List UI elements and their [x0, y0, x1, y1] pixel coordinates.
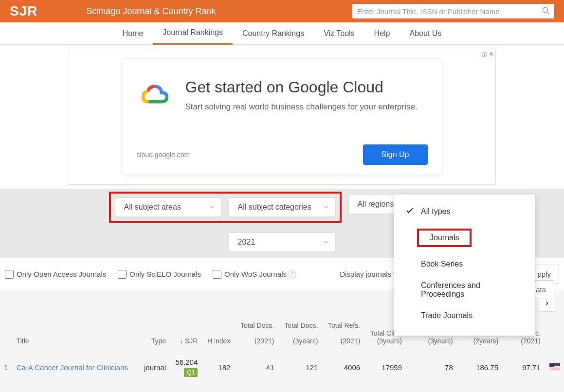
citesdoc-cell: 186.75 — [457, 350, 502, 385]
col-header[interactable]: Type — [139, 317, 170, 350]
help-icon[interactable]: ? — [289, 270, 296, 278]
ad-info-badge[interactable]: ⓘ ✕ — [482, 51, 493, 58]
refs2021-cell: 4006 — [322, 350, 364, 385]
type-dropdown-menu: All typesJournalsBook SeriesConferences … — [394, 195, 535, 336]
type-option-all-types[interactable]: All types — [394, 200, 535, 223]
col-header[interactable]: Total Docs. (3years) — [278, 317, 322, 350]
nav-country-rankings[interactable]: Country Rankings — [233, 22, 314, 45]
ad-subtitle: Start solving real world business challe… — [185, 102, 418, 112]
col-header[interactable]: Title — [13, 317, 139, 350]
col-header[interactable]: Total Docs. (2021) — [234, 317, 278, 350]
citable3y-cell: 78 — [406, 350, 457, 385]
type-option-journals[interactable]: Journals — [394, 223, 535, 253]
ad-container: ⓘ ✕ Get started on Google Cloud Start so… — [0, 45, 564, 189]
ad-frame: ⓘ ✕ Get started on Google Cloud Start so… — [69, 49, 496, 185]
type-option-trade-journals[interactable]: Trade Journals — [394, 304, 535, 327]
nav-home[interactable]: Home — [113, 22, 153, 45]
flag-icon — [549, 363, 560, 370]
col-header[interactable] — [0, 317, 13, 350]
subject-category-label: All subject categories — [238, 203, 311, 212]
scielo-checkbox[interactable]: Only SciELO Journals — [118, 270, 201, 279]
type-option-conferences-and-proceedings[interactable]: Conferences and Proceedings — [394, 275, 535, 304]
docs2021-cell: 41 — [234, 350, 278, 385]
chevron-down-icon — [323, 239, 329, 248]
type-cell: journal — [139, 350, 170, 385]
docs3y-cell: 121 — [278, 350, 322, 385]
col-header[interactable] — [545, 317, 564, 350]
ad-signup-button[interactable]: Sign Up — [363, 144, 428, 165]
ad-info-icon[interactable]: ⓘ — [482, 51, 487, 58]
col-header[interactable]: ↓ SJR — [170, 317, 201, 350]
main-nav: HomeJournal RankingsCountry RankingsViz … — [0, 22, 564, 45]
highlighted-filters: All subject areas All subject categories — [109, 192, 342, 223]
nav-about-us[interactable]: About Us — [400, 22, 452, 45]
check-icon — [405, 206, 414, 217]
year-label: 2021 — [238, 238, 255, 247]
open-access-checkbox[interactable]: Only Open Access Journals — [5, 270, 106, 279]
search-input[interactable] — [352, 4, 554, 18]
rank-cell: 1 — [0, 350, 13, 385]
svg-point-0 — [543, 7, 548, 13]
ad-title: Get started on Google Cloud — [185, 78, 418, 96]
site-logo[interactable]: SJR — [10, 3, 37, 19]
cites3y-cell: 17959 — [364, 350, 406, 385]
type-option-book-series[interactable]: Book Series — [394, 253, 535, 275]
subject-area-dropdown[interactable]: All subject areas — [115, 197, 222, 217]
search-icon[interactable] — [542, 6, 550, 17]
wos-checkbox[interactable]: Only WoS Journals? — [213, 270, 296, 279]
refdoc-cell: 97.71 — [502, 350, 545, 385]
sjr-cell: 56.204Q1 — [170, 350, 201, 385]
table-row: 1Ca-A Cancer Journal for Cliniciansjourn… — [0, 350, 564, 385]
title-cell[interactable]: Ca-A Cancer Journal for Clinicians — [13, 350, 139, 385]
nav-viz-tools[interactable]: Viz Tools — [314, 22, 364, 45]
search-container — [352, 4, 554, 18]
google-cloud-icon — [137, 81, 173, 110]
ad-url[interactable]: cloud.google.com — [137, 151, 190, 159]
chevron-down-icon — [323, 204, 329, 213]
year-dropdown[interactable]: 2021 — [229, 232, 336, 252]
ad-close-icon[interactable]: ✕ — [489, 51, 493, 58]
chevron-down-icon — [209, 204, 216, 213]
subject-category-dropdown[interactable]: All subject categories — [229, 197, 336, 217]
col-header[interactable]: Total Refs. (2021) — [322, 317, 364, 350]
site-title: Scimago Journal & Country Rank — [86, 6, 352, 17]
svg-line-1 — [547, 12, 549, 14]
subject-area-label: All subject areas — [124, 203, 181, 212]
col-header[interactable]: H index — [201, 317, 234, 350]
hindex-cell: 182 — [201, 350, 234, 385]
country-cell — [545, 350, 564, 385]
nav-journal-rankings[interactable]: Journal Rankings — [153, 22, 233, 45]
nav-help[interactable]: Help — [364, 22, 400, 45]
